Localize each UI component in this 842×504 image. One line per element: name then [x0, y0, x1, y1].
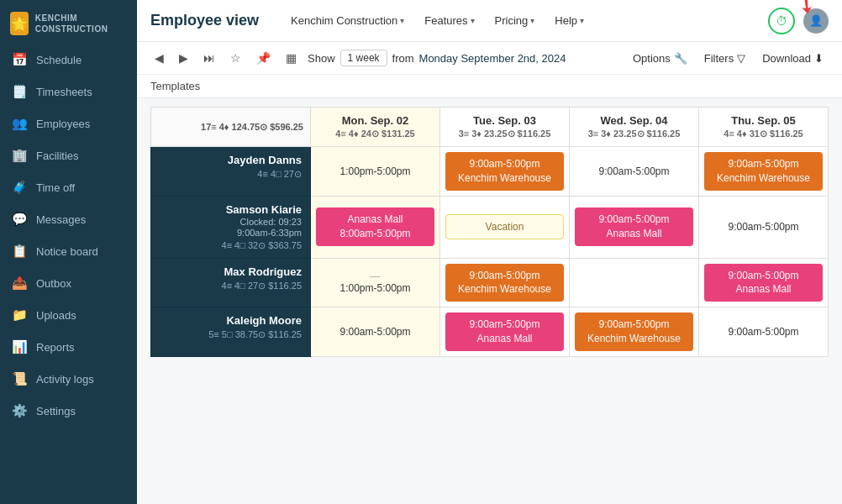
chevron-down-icon: ▾	[530, 16, 534, 25]
table-row: Jayden Danns 4≡ 4□ 27⊙ 1:00pm-5:00pm9:00…	[151, 147, 829, 197]
sidebar-label-messages: Messages	[36, 213, 86, 226]
sidebar-item-schedule[interactable]: 📅 Schedule	[0, 44, 137, 76]
user-avatar[interactable]: 👤	[803, 8, 829, 34]
shift-cell[interactable]: 9:00am-5:00pmKenchim Warehouse	[440, 258, 570, 307]
employee-name: Kaleigh Moore	[160, 314, 302, 327]
top-nav: Employee view Kenchim Construction ▾ Fea…	[137, 0, 842, 42]
week-selector[interactable]: 1 week	[340, 50, 387, 66]
shift-block: 9:00am-5:00pm	[704, 326, 823, 338]
shift-cell[interactable]: —1:00pm-5:00pm	[311, 258, 440, 307]
reports-icon: 📊	[12, 339, 28, 354]
nav-prev-button[interactable]: ◀	[150, 49, 168, 67]
nav-features-label: Features	[424, 14, 467, 27]
date-label: Monday September 2nd, 2024	[419, 52, 566, 65]
chevron-down-icon: ▾	[471, 16, 475, 25]
shift-cell[interactable]: 9:00am-5:00pmKenchim Warehouse	[440, 147, 570, 197]
sidebar-item-settings[interactable]: ⚙️ Settings	[0, 395, 137, 427]
sidebar-label-settings: Settings	[36, 405, 76, 417]
chevron-down-icon: ▾	[400, 16, 404, 25]
main-content: Employee view Kenchim Construction ▾ Fea…	[137, 0, 842, 504]
sidebar-item-uploads[interactable]: 📁 Uploads	[0, 299, 137, 331]
shift-cell[interactable]: Vacation	[440, 196, 570, 258]
pin-button[interactable]: 📌	[252, 49, 275, 67]
employee-cell[interactable]: Max Rodriguez 4≡ 4□ 27⊙ $116.25	[151, 258, 311, 307]
sidebar-item-timesheets[interactable]: 🗒️ Timesheets	[0, 76, 137, 108]
company-name: KENCHIM CONSTRUCTION	[35, 13, 127, 34]
download-label: Download	[762, 52, 811, 65]
day-header-tue: Tue. Sep. 03 3≡ 3♦ 23.25⊙ $116.25	[440, 108, 570, 147]
shift-cell[interactable]: 9:00am-5:00pmAnanas Mall	[699, 258, 829, 307]
shift-cell[interactable]	[570, 258, 699, 307]
shift-cell[interactable]: 1:00pm-5:00pm	[311, 147, 440, 197]
sidebar-item-outbox[interactable]: 📤 Outbox	[0, 267, 137, 299]
employee-cell[interactable]: Jayden Danns 4≡ 4□ 27⊙	[151, 147, 311, 197]
day-stats-wed: 3≡ 3♦ 23.25⊙ $116.25	[575, 129, 693, 139]
day-name-tue: Tue. Sep. 03	[445, 114, 564, 127]
show-label: Show	[308, 52, 335, 65]
employee-cell[interactable]: Kaleigh Moore 5≡ 5□ 38.75⊙ $116.25	[151, 307, 311, 357]
sidebar-label-schedule: Schedule	[36, 54, 82, 66]
download-icon: ⬇	[814, 52, 824, 65]
sidebar-label-uploads: Uploads	[36, 309, 76, 322]
employee-clocked: Clocked: 09:23	[160, 217, 302, 227]
shift-cell[interactable]: 9:00am-5:00pmKenchim Warehouse	[699, 147, 829, 197]
shift-cell[interactable]: 9:00am-5:00pm	[570, 147, 699, 197]
shift-block: 9:00am-5:00pmAnanas Mall	[445, 312, 564, 351]
nav-pricing[interactable]: Pricing ▾	[487, 9, 544, 32]
nav-pricing-label: Pricing	[495, 14, 529, 27]
sidebar-item-employees[interactable]: 👥 Employees	[0, 108, 137, 139]
employee-stats: 5≡ 5□ 38.75⊙ $116.25	[160, 329, 302, 340]
shift-cell[interactable]: 9:00am-5:00pm	[311, 307, 440, 357]
sidebar-item-time-off[interactable]: 🧳 Time off	[0, 171, 137, 203]
day-name-mon: Mon. Sep. 02	[316, 114, 434, 127]
shift-cell[interactable]: 9:00am-5:00pmAnanas Mall	[440, 307, 570, 357]
settings-icon: ⚙️	[12, 403, 28, 418]
shift-dash: —	[316, 270, 434, 282]
shift-block: 9:00am-5:00pmKenchim Warehouse	[704, 152, 823, 191]
nav-features[interactable]: Features ▾	[416, 9, 482, 32]
options-button[interactable]: Options 🔧	[628, 50, 692, 67]
nav-next-button[interactable]: ▶	[175, 49, 192, 67]
nav-links: Kenchim Construction ▾ Features ▾ Pricin…	[282, 9, 755, 32]
uploads-icon: 📁	[12, 307, 28, 323]
shift-cell[interactable]: 9:00am-5:00pmKenchim Warehouse	[570, 307, 699, 357]
shift-cell[interactable]: 9:00am-5:00pm	[699, 307, 829, 357]
sidebar-label-outbox: Outbox	[36, 277, 71, 290]
logo-icon: 🌟	[10, 12, 29, 35]
filters-label: Filters	[704, 52, 734, 65]
employee-stats: 4≡ 4□ 27⊙ $116.25	[160, 281, 302, 291]
nav-help[interactable]: Help ▾	[546, 9, 592, 32]
templates-bar[interactable]: Templates	[137, 75, 842, 98]
nav-kenchim[interactable]: Kenchim Construction ▾	[282, 9, 413, 32]
sidebar-item-facilities[interactable]: 🏢 Facilities	[0, 139, 137, 171]
nav-end-button[interactable]: ⏭	[199, 49, 219, 67]
sidebar-item-messages[interactable]: 💬 Messages	[0, 203, 137, 235]
sidebar-item-activity-logs[interactable]: 📜 Activity logs	[0, 363, 137, 395]
table-row: Kaleigh Moore 5≡ 5□ 38.75⊙ $116.25 9:00a…	[151, 307, 829, 357]
employee-name: Max Rodriguez	[160, 265, 302, 278]
filters-button[interactable]: Filters ▽	[699, 50, 750, 67]
employees-icon: 👥	[12, 116, 28, 131]
shift-cell[interactable]: 9:00am-5:00pmAnanas Mall	[570, 196, 699, 258]
sidebar-item-reports[interactable]: 📊 Reports	[0, 331, 137, 363]
messages-icon: 💬	[12, 212, 28, 227]
shift-block: 9:00am-5:00pm	[316, 326, 434, 338]
shift-block: Ananas Mall8:00am-5:00pm	[316, 207, 434, 246]
day-name-wed: Wed. Sep. 04	[575, 114, 693, 127]
sidebar-label-activitylogs: Activity logs	[36, 373, 94, 386]
employee-cell[interactable]: Samson Kiarie Clocked: 09:239:00am-6:33p…	[151, 196, 311, 258]
download-button[interactable]: Download ⬇	[757, 50, 829, 67]
shift-block: 9:00am-5:00pmKenchim Warehouse	[445, 152, 564, 191]
wrench-icon: 🔧	[674, 52, 687, 65]
shift-time: 1:00pm-5:00pm	[316, 282, 434, 294]
shift-cell[interactable]: Ananas Mall8:00am-5:00pm	[311, 196, 440, 258]
table-row: Max Rodriguez 4≡ 4□ 27⊙ $116.25 —1:00pm-…	[151, 258, 829, 307]
schedule-grid: 17≡ 4♦ 124.75⊙ $596.25 Mon. Sep. 02 4≡ 4…	[137, 98, 842, 504]
employee-stats: 4≡ 4□ 32⊙ $363.75	[160, 240, 302, 251]
sidebar-item-notice-board[interactable]: 📋 Notice board	[0, 235, 137, 267]
shift-cell[interactable]: 9:00am-5:00pm	[699, 196, 829, 258]
timer-button[interactable]: ⏱	[768, 8, 795, 34]
grid-button[interactable]: ▦	[282, 49, 301, 67]
nav-help-label: Help	[555, 14, 577, 27]
star-button[interactable]: ☆	[226, 49, 245, 67]
